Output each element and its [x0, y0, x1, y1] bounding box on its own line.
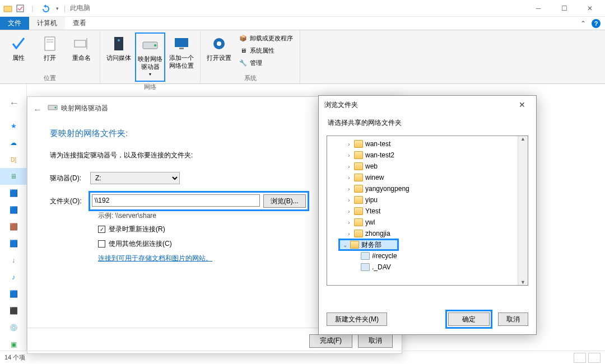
window-title: 此电脑: [70, 3, 90, 13]
tree-item[interactable]: ›wan-test2: [327, 150, 518, 161]
access-media-button[interactable]: 访问媒体: [104, 32, 134, 82]
rename-icon: [72, 35, 90, 53]
drive-select[interactable]: Z:: [90, 172, 180, 184]
tree-item[interactable]: ›Ytest: [327, 206, 518, 217]
folder-icon: [350, 241, 359, 249]
sys-props-button[interactable]: 🖥系统属性: [235, 45, 296, 56]
checkbox-icon: [98, 226, 105, 233]
nav-item-icon[interactable]: 💿: [0, 319, 27, 336]
cancel-button[interactable]: 取消: [358, 334, 393, 348]
browse-button[interactable]: 浏览(B)...: [263, 194, 306, 208]
tree-item-selected[interactable]: ⌄财务部: [327, 239, 518, 250]
svg-rect-4: [46, 41, 53, 43]
cancel-button[interactable]: 取消: [498, 312, 528, 326]
chevron-right-icon[interactable]: ›: [346, 164, 352, 170]
chevron-down-icon[interactable]: ⌄: [342, 242, 348, 248]
wizard-back-icon[interactable]: ←: [33, 105, 42, 115]
maximize-button[interactable]: ☐: [551, 0, 577, 17]
rename-button[interactable]: 重命名: [66, 32, 96, 73]
back-icon[interactable]: ←: [9, 97, 19, 109]
map-drive-button[interactable]: 映射网络驱动器▾: [135, 32, 165, 82]
folder-icon: [2, 3, 13, 14]
folder-icon: [354, 207, 363, 215]
folder-icon: [354, 140, 363, 148]
svg-point-10: [154, 44, 156, 46]
chevron-right-icon[interactable]: ›: [346, 175, 352, 181]
minimize-button[interactable]: ─: [525, 0, 551, 17]
browse-folder-dialog: 浏览文件夹 ✕ 请选择共享的网络文件夹 ›wan-test›wan-test2›…: [318, 95, 537, 335]
quickaccess-icon[interactable]: ★: [0, 118, 27, 134]
tree-item[interactable]: ›winew: [327, 172, 518, 183]
tab-view[interactable]: 查看: [65, 17, 94, 30]
reconnect-checkbox[interactable]: 登录时重新连接(R): [98, 225, 165, 234]
scrollbar[interactable]: ▲▼: [518, 136, 528, 285]
close-icon[interactable]: ✕: [514, 100, 530, 109]
scroll-down-icon[interactable]: ▼: [520, 279, 525, 285]
add-netloc-button[interactable]: 添加一个网络位置: [166, 32, 197, 82]
drive-icon: [141, 36, 159, 54]
folder-tree: ›wan-test›wan-test2›web›winew›yangyongpe…: [327, 136, 528, 286]
nav-item-icon[interactable]: D]: [0, 151, 27, 168]
divider-icon: |: [27, 3, 38, 14]
dropdown-icon[interactable]: ▾: [52, 3, 63, 14]
thispc-icon[interactable]: 🖥: [0, 168, 27, 185]
nav-item-icon[interactable]: ⬛: [0, 302, 27, 319]
drive-label: 驱动器(D):: [50, 174, 81, 183]
chevron-right-icon[interactable]: ›: [346, 197, 352, 203]
chevron-right-icon[interactable]: ›: [346, 220, 352, 226]
nav-item-icon[interactable]: 🟦: [0, 185, 27, 202]
nav-item-icon[interactable]: 🟦: [0, 202, 27, 218]
tree-item[interactable]: ›yangyongpeng: [327, 183, 518, 194]
chevron-right-icon[interactable]: ›: [346, 231, 352, 237]
ok-button[interactable]: 确定: [448, 312, 490, 326]
tree-item[interactable]: ›zhongjia: [327, 228, 518, 239]
undo-icon[interactable]: [39, 3, 50, 14]
svg-rect-2: [45, 37, 55, 50]
collapse-ribbon-icon[interactable]: ⌃: [578, 18, 588, 29]
open-settings-button[interactable]: 打开设置: [204, 32, 234, 73]
checkbox-icon[interactable]: [15, 3, 26, 14]
chevron-right-icon[interactable]: ›: [346, 208, 352, 214]
scroll-up-icon[interactable]: ▲: [520, 136, 525, 142]
nav-item-icon[interactable]: 🟦: [0, 286, 27, 302]
finish-button[interactable]: 完成(F): [309, 334, 352, 348]
tree-item[interactable]: ›wan-test: [327, 138, 518, 150]
tree-item[interactable]: ._DAV: [327, 262, 518, 273]
svg-rect-7: [114, 37, 123, 50]
group-system-label: 系统: [204, 73, 296, 83]
folder-label: 文件夹(O):: [50, 197, 82, 206]
nav-item-icon[interactable]: 🟦: [0, 235, 27, 252]
folder-icon: [361, 263, 370, 271]
wizard-subtitle: 请为连接指定驱动器号，以及你要连接的文件夹:: [50, 151, 193, 160]
help-icon[interactable]: ?: [592, 19, 601, 28]
nav-item-icon[interactable]: ↓: [0, 252, 27, 269]
tab-file[interactable]: 文件: [0, 17, 29, 30]
manage-button[interactable]: 🔧管理: [235, 57, 296, 68]
uninstall-button[interactable]: 📦卸载或更改程序: [235, 32, 296, 44]
view-large-icon[interactable]: [588, 353, 601, 363]
tree-item[interactable]: ›web: [327, 161, 518, 172]
nav-item-icon[interactable]: ♪: [0, 269, 27, 286]
close-button[interactable]: ✕: [577, 0, 603, 17]
tree-item[interactable]: ›yipu: [327, 194, 518, 206]
svg-rect-12: [179, 48, 184, 49]
chevron-right-icon[interactable]: ›: [346, 141, 352, 147]
tab-computer[interactable]: 计算机: [29, 17, 65, 30]
tree-item[interactable]: ›ywl: [327, 217, 518, 228]
gear-icon: [210, 35, 228, 53]
folder-input[interactable]: [92, 194, 260, 207]
nav-item-icon[interactable]: 🟫: [0, 218, 27, 235]
view-details-icon[interactable]: [574, 353, 586, 363]
dialog-title: 浏览文件夹: [324, 100, 358, 110]
chevron-right-icon[interactable]: ›: [346, 152, 352, 158]
tree-item[interactable]: #recycle: [327, 250, 518, 262]
new-folder-button[interactable]: 新建文件夹(M): [327, 312, 387, 326]
chevron-right-icon[interactable]: ›: [346, 186, 352, 192]
properties-button[interactable]: 属性: [3, 32, 34, 73]
statusbar: 14 个项: [0, 351, 605, 364]
open-button[interactable]: 打开: [35, 32, 65, 73]
storage-website-link[interactable]: 连接到可用于存储文档和图片的网站。: [98, 254, 212, 263]
onedrive-icon[interactable]: ☁: [0, 134, 27, 151]
other-creds-checkbox[interactable]: 使用其他凭据连接(C): [98, 239, 172, 249]
svg-rect-3: [46, 39, 53, 40]
